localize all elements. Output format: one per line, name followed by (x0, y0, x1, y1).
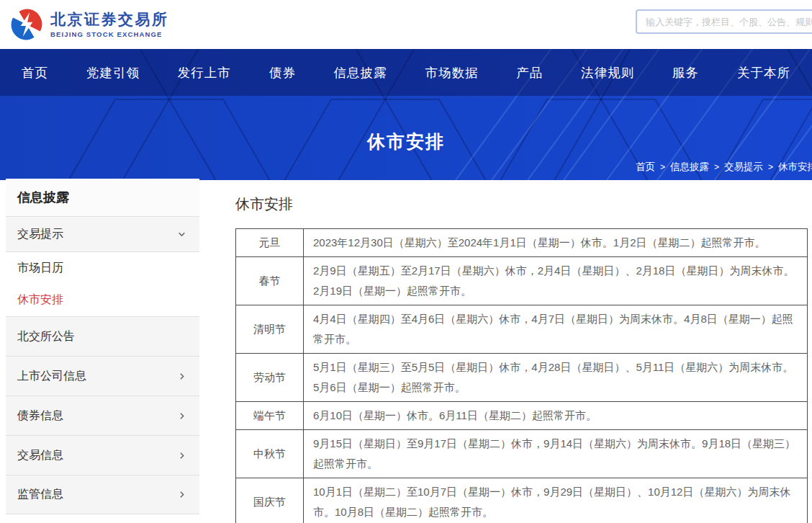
sidebar-item-label: 休市安排 (17, 292, 63, 308)
chevron-right-icon (177, 411, 186, 421)
holiday-name: 劳动节 (236, 354, 304, 402)
logo-subtitle: BEIJING STOCK EXCHANGE (50, 30, 169, 38)
breadcrumb-link-3[interactable]: 休市安排 (778, 161, 812, 172)
nav-item-2[interactable]: 发行上市 (178, 64, 231, 81)
breadcrumb-separator: > (660, 162, 665, 172)
nav-item-9[interactable]: 关于本所 (737, 64, 790, 81)
logo-text: 北京证券交易所 BEIJING STOCK EXCHANGE (50, 11, 169, 37)
banner-title: 休市安排 (0, 130, 812, 153)
sidebar-item-7[interactable]: 监管信息 (6, 475, 199, 514)
sidebar-item-1[interactable]: 市场日历 (6, 251, 199, 284)
nav-item-8[interactable]: 服务 (672, 64, 699, 81)
breadcrumb-link-1[interactable]: 信息披露 (670, 161, 709, 172)
sidebar-item-label: 交易信息 (17, 448, 63, 463)
breadcrumb-link-0[interactable]: 首页 (636, 161, 655, 172)
sidebar-item-label: 监管信息 (17, 487, 63, 502)
breadcrumb-link-2[interactable]: 交易提示 (724, 161, 763, 172)
main-nav: 首页党建引领发行上市债券信息披露市场数据产品法律规则服务关于本所 (0, 49, 812, 96)
holiday-name: 中秋节 (236, 430, 304, 478)
holiday-name: 元旦 (236, 229, 304, 257)
sidebar-items: 交易提示市场日历休市安排北交所公告上市公司信息债券信息交易信息监管信息 (6, 216, 199, 514)
nav-item-1[interactable]: 党建引领 (86, 64, 140, 81)
chevron-down-icon (177, 230, 186, 239)
nav-item-4[interactable]: 信息披露 (334, 64, 387, 81)
holiday-detail: 9月15日（星期日）至9月17日（星期二）休市，9月14日（星期六）为周末休市。… (304, 430, 808, 478)
holiday-row-2: 清明节4月4日（星期四）至4月6日（星期六）休市，4月7日（星期日）为周末休市。… (236, 305, 808, 354)
nav-item-3[interactable]: 债券 (269, 64, 296, 81)
sidebar-item-label: 市场日历 (17, 261, 63, 276)
nav-item-5[interactable]: 市场数据 (425, 64, 478, 81)
main-content: 休市安排 元旦2023年12月30日（星期六）至2024年1月1日（星期一）休市… (199, 180, 812, 523)
sidebar-item-label: 债券信息 (17, 408, 63, 424)
holiday-name: 春节 (236, 257, 304, 305)
holiday-row-3: 劳动节5月1日（星期三）至5月5日（星期日）休市，4月28日（星期日）、5月11… (236, 354, 808, 402)
sidebar-title: 信息披露 (6, 179, 199, 216)
breadcrumb-separator: > (714, 162, 719, 172)
chevron-right-icon (177, 451, 186, 460)
search-input[interactable] (636, 9, 812, 34)
holiday-name: 国庆节 (236, 478, 304, 523)
nav-item-0[interactable]: 首页 (22, 64, 48, 81)
holiday-detail: 5月1日（星期三）至5月5日（星期日）休市，4月28日（星期日）、5月11日（星… (304, 354, 808, 402)
nav-item-6[interactable]: 产品 (516, 64, 543, 81)
chevron-right-icon (177, 372, 186, 381)
sidebar-item-6[interactable]: 交易信息 (6, 435, 199, 475)
holiday-detail: 4月4日（星期四）至4月6日（星期六）休市，4月7日（星期日）为周末休市。4月8… (304, 305, 808, 354)
logo[interactable]: 北京证券交易所 BEIJING STOCK EXCHANGE (10, 8, 169, 41)
holiday-row-5: 中秋节9月15日（星期日）至9月17日（星期二）休市，9月14日（星期六）为周末… (236, 430, 808, 478)
holiday-row-0: 元旦2023年12月30日（星期六）至2024年1月1日（星期一）休市。1月2日… (236, 229, 808, 257)
sidebar-item-0[interactable]: 交易提示 (6, 216, 199, 251)
sidebar-item-4[interactable]: 上市公司信息 (6, 356, 199, 395)
holiday-row-6: 国庆节10月1日（星期二）至10月7日（星期一）休市，9月29日（星期日）、10… (236, 478, 808, 523)
sidebar-item-label: 交易提示 (17, 227, 63, 242)
holiday-name: 端午节 (236, 402, 304, 430)
breadcrumb: 首页>信息披露>交易提示>休市安排 (636, 161, 812, 174)
sidebar-item-3[interactable]: 北交所公告 (6, 316, 199, 356)
logo-title: 北京证券交易所 (50, 11, 169, 28)
sidebar-item-5[interactable]: 债券信息 (6, 395, 199, 435)
content-area: 信息披露 交易提示市场日历休市安排北交所公告上市公司信息债券信息交易信息监管信息… (0, 180, 812, 523)
nav-item-7[interactable]: 法律规则 (581, 64, 634, 81)
breadcrumb-separator: > (768, 162, 773, 172)
hero-banner: 首页党建引领发行上市债券信息披露市场数据产品法律规则服务关于本所 休市安排 首页… (0, 49, 812, 180)
sidebar: 信息披露 交易提示市场日历休市安排北交所公告上市公司信息债券信息交易信息监管信息 (6, 179, 199, 514)
holiday-table: 元旦2023年12月30日（星期六）至2024年1月1日（星期一）休市。1月2日… (235, 228, 808, 523)
holiday-detail: 2月9日（星期五）至2月17日（星期六）休市，2月4日（星期日）、2月18日（星… (304, 257, 808, 305)
page-title: 休市安排 (235, 195, 812, 214)
sidebar-item-2[interactable]: 休市安排 (6, 284, 199, 316)
holiday-detail: 2023年12月30日（星期六）至2024年1月1日（星期一）休市。1月2日（星… (304, 229, 808, 257)
site-header: 北京证券交易所 BEIJING STOCK EXCHANGE (0, 0, 812, 49)
holiday-name: 清明节 (236, 305, 304, 354)
bse-logo-icon (10, 8, 43, 41)
sidebar-item-label: 北交所公告 (17, 329, 75, 344)
holiday-row-4: 端午节6月10日（星期一）休市。6月11日（星期二）起照常开市。 (236, 402, 808, 430)
holiday-row-1: 春节2月9日（星期五）至2月17日（星期六）休市，2月4日（星期日）、2月18日… (236, 257, 808, 305)
sidebar-item-label: 上市公司信息 (17, 369, 86, 384)
chevron-right-icon (177, 490, 186, 499)
holiday-detail: 6月10日（星期一）休市。6月11日（星期二）起照常开市。 (304, 402, 808, 430)
holiday-detail: 10月1日（星期二）至10月7日（星期一）休市，9月29日（星期日）、10月12… (304, 478, 808, 523)
